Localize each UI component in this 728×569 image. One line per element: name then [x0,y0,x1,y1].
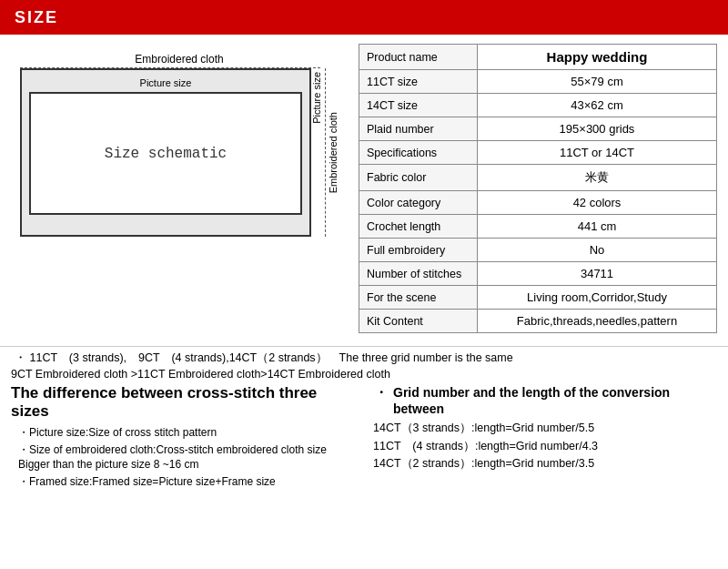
embroidered-cloth-vertical-label: Embroidered cloth [328,112,339,193]
schematic-box: Picture size Size schematic [20,68,311,237]
page-header: SIZE [0,0,728,35]
schematic-area: Embroidered cloth Picture size Size sche… [11,44,348,333]
table-row: Number of stitches34711 [359,262,717,286]
dot-symbol: ・ [373,384,389,401]
bottom-line1: 11CT (3 strands), 9CT (4 strands),14CT（2… [11,351,717,366]
table-value: 43×62 cm [478,94,717,117]
right-items-list: 14CT（3 strands）:length=Grid number/5.511… [373,421,717,472]
table-value: 34711 [478,262,717,286]
bottom-section: 11CT (3 strands), 9CT (4 strands),14CT（2… [0,346,728,492]
table-label: Fabric color [359,165,478,191]
list-item: 14CT（3 strands）:length=Grid number/5.5 [373,421,717,437]
two-col-bottom: The difference between cross-stitch thre… [11,384,717,492]
list-item: Size of embroidered cloth:Cross-stitch e… [11,442,355,473]
table-row: For the sceneLiving room,Corridor,Study [359,286,717,310]
table-row: Fabric color米黄 [359,165,717,191]
col-right: ・ Grid number and the length of the conv… [373,384,717,492]
header-title: SIZE [15,8,58,27]
table-row: Specifications11CT or 14CT [359,141,717,165]
right-heading: Grid number and the length of the conver… [393,384,717,417]
list-item: Picture size:Size of cross stitch patter… [11,425,355,441]
table-value: 11CT or 14CT [478,141,717,165]
bullet-list: Picture size:Size of cross stitch patter… [11,425,355,490]
table-label: Full embroidery [359,239,478,262]
table-value: Fabric,threads,needles,pattern [478,310,717,333]
list-item: 14CT（2 strands）:length=Grid number/3.5 [373,456,717,472]
table-row: 11CT size55×79 cm [359,70,717,94]
table-value: 195×300 grids [478,117,717,141]
picture-size-top-label: Picture size [29,77,302,88]
table-row: Color category42 colors [359,191,717,215]
spec-table: Product nameHappy wedding11CT size55×79 … [359,44,717,333]
table-label: For the scene [359,286,478,310]
table-row: Full embroideryNo [359,239,717,262]
col-left: The difference between cross-stitch thre… [11,384,355,492]
main-content: Embroidered cloth Picture size Size sche… [0,35,728,342]
table-label: Specifications [359,141,478,165]
table-value: 441 cm [478,215,717,239]
table-value: 42 colors [478,191,717,215]
table-label: Crochet length [359,215,478,239]
table-value: Living room,Corridor,Study [478,286,717,310]
table-value: 55×79 cm [478,70,717,94]
table-value: Happy wedding [478,45,717,70]
table-label: Kit Content [359,310,478,333]
table-label: 14CT size [359,94,478,117]
inner-schematic-box: Size schematic [29,92,302,215]
bottom-line2: 9CT Embroidered cloth >11CT Embroidered … [11,368,717,381]
table-value: 米黄 [478,165,717,191]
table-value: No [478,239,717,262]
table-label: Product name [359,45,478,70]
embroidered-cloth-top-label: Embroidered cloth [11,53,348,66]
table-row: Kit ContentFabric,threads,needles,patter… [359,310,717,333]
spec-table-area: Product nameHappy wedding11CT size55×79 … [359,44,717,333]
table-label: Number of stitches [359,262,478,286]
picture-size-vertical-label: Picture size [311,72,322,124]
list-item: Framed size:Framed size=Picture size+Fra… [11,474,355,490]
table-label: 11CT size [359,70,478,94]
table-row: Plaid number195×300 grids [359,117,717,141]
list-item: 11CT (4 strands）:length=Grid number/4.3 [373,439,717,455]
size-schematic-text: Size schematic [105,146,227,162]
table-label: Color category [359,191,478,215]
table-label: Plaid number [359,117,478,141]
big-heading: The difference between cross-stitch thre… [11,384,355,422]
table-row: Crochet length441 cm [359,215,717,239]
table-row: 14CT size43×62 cm [359,94,717,117]
table-row: Product nameHappy wedding [359,45,717,70]
